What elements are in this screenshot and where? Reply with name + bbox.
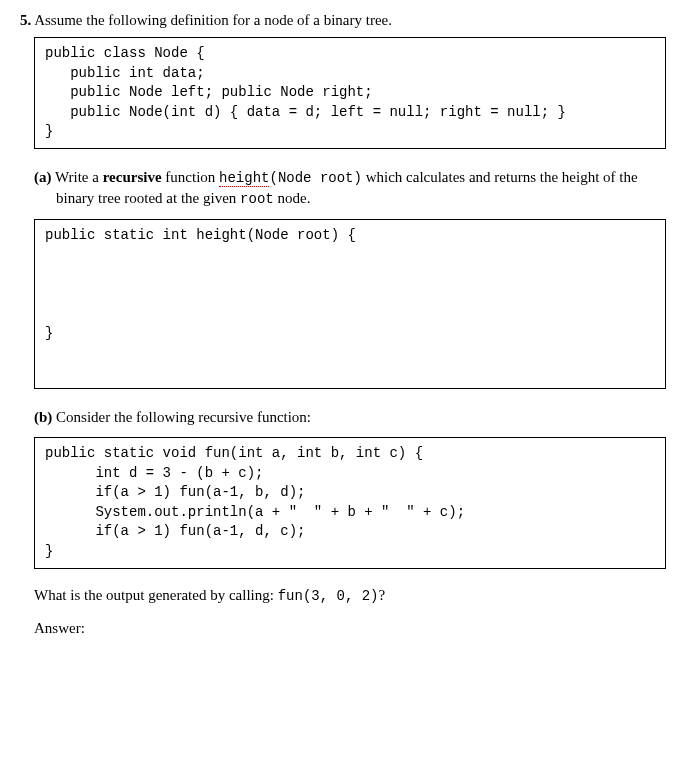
code-line: }	[45, 325, 53, 341]
code-line: public static void fun(int a, int b, int…	[45, 445, 423, 461]
code-line: }	[45, 543, 53, 559]
part-b-text: Consider the following recursive functio…	[56, 409, 311, 425]
height-sig: (Node root)	[269, 170, 361, 186]
recursive-bold: recursive	[103, 169, 162, 185]
answer-label: Answer:	[34, 620, 666, 637]
part-b-label: (b)	[34, 409, 52, 425]
part-a-text: node.	[274, 190, 311, 206]
part-a: (a) Write a recursive function height(No…	[34, 167, 666, 209]
code-line: public class Node {	[45, 45, 205, 61]
part-a-label: (a)	[34, 169, 52, 185]
code-line: public int data;	[45, 65, 205, 81]
question-intro: Assume the following definition for a no…	[34, 12, 392, 28]
part-a-text: function	[162, 169, 220, 185]
code-line: public Node left; public Node right;	[45, 84, 373, 100]
code-line: int d = 3 - (b + c);	[45, 465, 263, 481]
code-line: }	[45, 123, 53, 139]
question-header: 5. Assume the following definition for a…	[20, 12, 666, 29]
fun-function-codebox: public static void fun(int a, int b, int…	[34, 437, 666, 569]
node-class-codebox: public class Node { public int data; pub…	[34, 37, 666, 149]
code-line: public static int height(Node root) {	[45, 227, 356, 243]
question-number: 5.	[20, 12, 31, 28]
code-line: public Node(int d) { data = d; left = nu…	[45, 104, 566, 120]
output-question: What is the output generated by calling:…	[34, 587, 666, 604]
output-q-text: What is the output generated by calling:	[34, 587, 278, 603]
height-squiggle: height	[219, 170, 269, 187]
part-a-text: Write a	[55, 169, 103, 185]
root-mono: root	[240, 191, 274, 207]
code-line: if(a > 1) fun(a-1, d, c);	[45, 523, 305, 539]
code-line: if(a > 1) fun(a-1, b, d);	[45, 484, 305, 500]
code-line: System.out.println(a + " " + b + " " + c…	[45, 504, 465, 520]
part-a-answer-box: public static int height(Node root) { }	[34, 219, 666, 389]
part-b: (b) Consider the following recursive fun…	[34, 407, 666, 427]
fun-call-mono: fun(3, 0, 2)	[278, 588, 379, 604]
output-q-text: ?	[379, 587, 386, 603]
